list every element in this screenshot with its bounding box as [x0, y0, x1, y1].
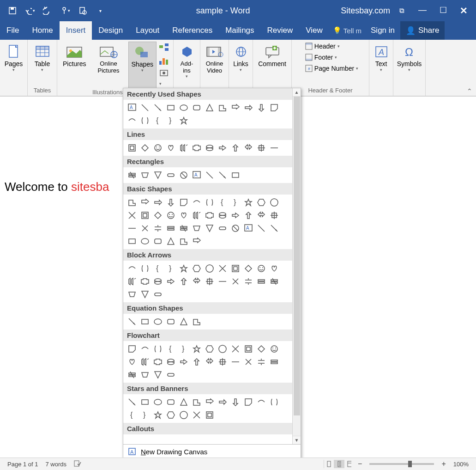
shape-item[interactable] [166, 357, 176, 367]
zoom-slider[interactable] [369, 463, 434, 465]
shape-item[interactable] [179, 410, 189, 420]
shape-item[interactable] [217, 397, 228, 407]
pages-button[interactable]: Pages▾ [1, 42, 26, 74]
shape-item[interactable] [243, 197, 253, 208]
shape-item[interactable] [217, 170, 228, 180]
shape-item[interactable] [179, 357, 189, 367]
shape-item[interactable] [269, 103, 279, 113]
shape-item[interactable] [140, 197, 150, 208]
scroll-thumb[interactable] [294, 97, 300, 415]
shape-item[interactable]: } [166, 116, 176, 126]
shape-item[interactable]: { [166, 344, 176, 354]
shape-item[interactable] [127, 197, 137, 208]
text-button[interactable]: A Text▾ [369, 42, 394, 74]
shape-item[interactable] [192, 223, 202, 233]
shape-item[interactable] [217, 276, 228, 287]
shape-item[interactable] [243, 263, 253, 274]
shape-item[interactable]: } [230, 197, 241, 208]
minimize-button[interactable]: — [418, 5, 427, 16]
shape-item[interactable] [166, 410, 176, 420]
shape-item[interactable] [243, 357, 253, 367]
shape-item[interactable] [166, 397, 176, 407]
shape-item[interactable] [179, 276, 189, 287]
shape-item[interactable] [205, 357, 215, 367]
maximize-button[interactable]: ☐ [440, 5, 447, 16]
shape-item[interactable] [192, 103, 202, 113]
menu-file[interactable]: File [0, 21, 25, 40]
shape-item[interactable]: A [243, 223, 253, 233]
shape-item[interactable] [192, 410, 202, 420]
shape-item[interactable] [153, 344, 163, 354]
shape-item[interactable] [166, 236, 176, 246]
shape-item[interactable] [166, 210, 176, 220]
shape-item[interactable] [179, 116, 189, 126]
shape-item[interactable] [269, 210, 279, 220]
shape-item[interactable] [179, 210, 189, 220]
shape-item[interactable] [269, 223, 279, 233]
shape-item[interactable] [140, 223, 150, 233]
qat-customize-icon[interactable]: ▾ [95, 6, 105, 16]
comment-button[interactable]: Comment [255, 42, 289, 69]
shape-item[interactable] [230, 357, 241, 367]
menu-review[interactable]: Review [261, 21, 300, 40]
tell-me[interactable]: 💡Tell m [329, 26, 365, 35]
collapse-ribbon-icon[interactable]: ⌃ [467, 87, 472, 95]
shape-item[interactable] [192, 236, 202, 246]
shape-item[interactable] [127, 210, 137, 220]
shape-item[interactable] [217, 223, 228, 233]
shape-item[interactable] [217, 357, 228, 367]
shape-item[interactable] [127, 263, 137, 274]
word-count[interactable]: 7 words [42, 461, 71, 468]
menu-design[interactable]: Design [92, 21, 129, 40]
symbols-button[interactable]: Ω Symbols▾ [394, 42, 425, 74]
shape-item[interactable] [192, 317, 202, 327]
shape-item[interactable] [205, 210, 215, 220]
shape-item[interactable] [217, 103, 228, 113]
shape-item[interactable] [166, 223, 176, 233]
shape-item[interactable]: { [127, 410, 137, 420]
shape-item[interactable] [140, 317, 150, 327]
shape-item[interactable] [127, 357, 137, 367]
shape-item[interactable] [166, 197, 176, 208]
shape-item[interactable] [192, 357, 202, 367]
menu-references[interactable]: References [166, 21, 219, 40]
shape-item[interactable] [217, 263, 228, 274]
shape-item[interactable] [217, 344, 228, 354]
shape-item[interactable] [153, 397, 163, 407]
menu-insert[interactable]: Insert [60, 21, 92, 40]
redo-icon[interactable] [42, 6, 53, 16]
shape-item[interactable] [230, 103, 241, 113]
shape-item[interactable] [243, 210, 253, 220]
page-info[interactable]: Page 1 of 1 [4, 461, 42, 468]
online-pictures-button[interactable]: Online Pictures [90, 42, 127, 89]
chart-icon[interactable] [159, 56, 169, 67]
shape-item[interactable] [127, 317, 137, 327]
shape-item[interactable] [140, 210, 150, 220]
shape-item[interactable] [205, 276, 215, 287]
scrollbar[interactable]: ▲ ▼ [292, 88, 301, 444]
shape-item[interactable] [140, 344, 150, 354]
menu-layout[interactable]: Layout [129, 21, 166, 40]
shape-item[interactable] [269, 276, 279, 287]
shape-item[interactable] [269, 197, 279, 208]
shape-item[interactable] [127, 143, 137, 153]
shape-item[interactable] [166, 103, 176, 113]
read-mode-icon[interactable] [324, 460, 334, 468]
addins-button[interactable]: Add-ins▾ [175, 42, 199, 80]
close-button[interactable]: ✕ [460, 5, 468, 16]
shape-item[interactable] [166, 317, 176, 327]
shape-item[interactable] [153, 289, 163, 299]
restore-icon[interactable]: ⧉ [399, 6, 404, 15]
footer-button[interactable]: Footer▾ [303, 53, 360, 62]
shape-item[interactable] [140, 116, 150, 126]
shape-item[interactable] [230, 344, 241, 354]
shape-item[interactable] [140, 370, 150, 380]
save-icon[interactable] [7, 6, 18, 16]
shape-item[interactable] [153, 170, 163, 180]
shape-item[interactable] [127, 397, 137, 407]
shape-item[interactable] [243, 276, 253, 287]
shape-item[interactable] [243, 397, 253, 407]
shape-item[interactable] [140, 103, 150, 113]
shape-item[interactable] [192, 197, 202, 208]
shape-item[interactable] [256, 197, 266, 208]
